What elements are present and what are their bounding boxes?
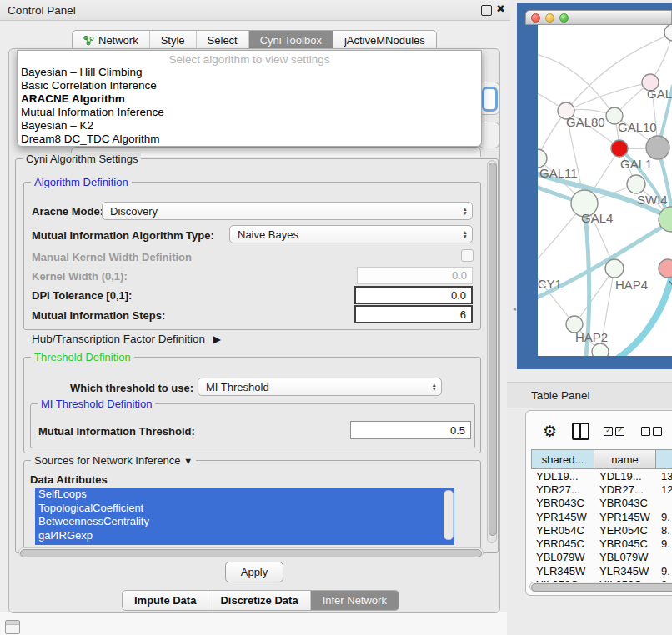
tab-discretize-data[interactable]: Discretize Data <box>208 591 310 610</box>
node-label: GAL4 <box>581 211 613 225</box>
table-horizontal-scrollbar[interactable] <box>529 582 672 592</box>
table-row[interactable]: YBL079WYBL079W <box>531 551 672 564</box>
algorithm-item[interactable]: Basic Correlation Inference <box>20 79 479 92</box>
mi-type-value: Naive Bayes <box>238 228 298 241</box>
algorithm-item[interactable]: Mutual Information Inference <box>20 106 479 119</box>
network-node-gal1[interactable] <box>611 140 628 157</box>
column-header[interactable] <box>656 449 672 469</box>
settings-horizontal-scrollbar[interactable] <box>18 548 484 558</box>
stepper-icon: ▲▼ <box>463 202 468 219</box>
attribute-item[interactable]: SelfLoops <box>35 488 454 502</box>
tab-cyni-toolbox[interactable]: Cyni Toolbox <box>249 31 333 50</box>
table-cell: YDL19... <box>531 470 594 482</box>
tab-infer-network[interactable]: Infer Network <box>311 591 399 610</box>
table-row[interactable]: YPR145WYPR145W9. <box>531 510 672 523</box>
tab-jactivemnodules[interactable]: jActiveMNodules <box>333 31 436 50</box>
table-cell: YBR045C <box>594 538 656 550</box>
columns-icon[interactable] <box>572 422 589 440</box>
aracne-mode-select[interactable]: Discovery ▲▼ <box>102 202 473 220</box>
close-icon[interactable]: ✖ <box>496 2 505 15</box>
table-panel-titlebar: Table Panel <box>507 382 672 408</box>
table-cell: YER054C <box>531 524 594 537</box>
network-window-titlebar[interactable] <box>525 10 672 25</box>
table-cell: 12 <box>656 483 672 496</box>
attribute-item[interactable]: BetweennessCentrality <box>35 515 454 529</box>
mi-type-select[interactable]: Naive Bayes ▲▼ <box>229 225 473 243</box>
table-cell: YBR043C <box>594 497 656 509</box>
manual-kernel-label: Manual Kernel Width Definition <box>32 251 192 263</box>
table-cell: YBR043C <box>531 497 594 509</box>
table-cell: YBL079W <box>594 551 656 563</box>
network-node[interactable] <box>646 136 669 159</box>
bottom-tabstrip: Impute DataDiscretize DataInfer Network <box>122 590 399 611</box>
apply-button[interactable]: Apply <box>225 562 283 582</box>
table-panel-container: ⚙ ✓✓ shared...name YDL19...YDL19...13YDR… <box>525 410 672 596</box>
table-row[interactable]: YBR045CYBR045C9. <box>531 537 672 550</box>
algorithm-item[interactable]: Bayesian – Hill Climbing <box>20 66 479 79</box>
table-row[interactable]: YDL19...YDL19...13 <box>531 469 672 482</box>
kernel-width-field[interactable]: 0.0 <box>357 267 473 284</box>
mi-threshold-field[interactable]: 0.5 <box>350 421 471 439</box>
tab-network[interactable]: Network <box>73 31 150 50</box>
node-table: shared...name YDL19...YDL19...13YDR27...… <box>531 449 672 592</box>
node-label: GAL11 <box>539 166 578 180</box>
algorithm-item[interactable]: Dream8 DC_TDC Algorithm <box>20 132 479 146</box>
network-node[interactable] <box>592 343 609 356</box>
expand-right-icon[interactable]: ▶ <box>213 333 221 345</box>
zoom-traffic-light-icon[interactable] <box>559 13 569 22</box>
mi-steps-field[interactable]: 6 <box>354 305 473 323</box>
table-cell: 13 <box>656 470 672 482</box>
table-header-row: shared...name <box>531 449 672 469</box>
float-icon[interactable] <box>481 5 492 16</box>
tab-impute-data[interactable]: Impute Data <box>123 591 208 610</box>
network-view-canvas[interactable]: GALGAL80GAL10GAL1GAL11SWI4GAL4GCY1HAP4YH… <box>538 25 672 356</box>
which-threshold-select[interactable]: MI Threshold ▲▼ <box>198 378 442 396</box>
algorithm-item[interactable]: Bayesian – K2 <box>20 119 479 132</box>
table-cell: YDR27... <box>594 483 656 496</box>
table-cell: YDR27... <box>531 483 594 496</box>
attr-list-scrollbar[interactable] <box>444 490 454 540</box>
column-header[interactable]: shared... <box>531 449 594 469</box>
mi-type-label: Mutual Information Algorithm Type: <box>32 229 214 242</box>
network-node-hap4[interactable] <box>605 259 624 278</box>
gear-icon[interactable]: ⚙ <box>543 422 557 441</box>
table-row[interactable]: YLR345WYLR345W9. <box>531 564 672 578</box>
kernel-width-label: Kernel Width (0,1): <box>32 270 128 282</box>
close-traffic-light-icon[interactable] <box>531 13 540 22</box>
threshold-definition-title: Threshold Definition <box>31 351 134 363</box>
column-header[interactable]: name <box>594 449 656 469</box>
sources-group-title: Sources for Network Inference ▼ <box>31 454 196 467</box>
manual-kernel-checkbox[interactable] <box>461 249 474 262</box>
minimized-panel-icon[interactable] <box>5 620 20 634</box>
table-cell: YER054C <box>594 524 656 537</box>
table-cell: 9. <box>656 538 672 550</box>
network-node[interactable] <box>664 25 672 41</box>
tab-select[interactable]: Select <box>197 31 249 50</box>
node-label: GAL10 <box>618 120 657 134</box>
deselect-all-columns-icon[interactable] <box>641 427 664 436</box>
table-cell: 9. <box>656 565 672 578</box>
attribute-item[interactable]: TopologicalCoefficient <box>35 502 454 516</box>
network-node-y[interactable] <box>659 259 672 278</box>
minimize-traffic-light-icon[interactable] <box>545 13 554 22</box>
table-row[interactable]: YBR043CYBR043C <box>531 497 672 510</box>
data-attributes-list[interactable]: SelfLoopsTopologicalCoefficientBetweenne… <box>35 488 454 545</box>
hub-definition-toggle[interactable]: Hub/Transcription Factor Definition ▶ <box>32 332 221 345</box>
network-node-swi4[interactable] <box>627 175 645 193</box>
dpi-tolerance-field[interactable]: 0.0 <box>354 286 473 304</box>
algorithm-item[interactable]: ARACNE Algorithm <box>20 92 479 106</box>
table-row[interactable]: YDR27...YDR27...12 <box>531 482 672 496</box>
attribute-item[interactable]: gal4RGexp <box>35 529 454 543</box>
table-cell: YPR145W <box>531 511 594 523</box>
panel-splitter-handle[interactable]: ◂ <box>513 305 517 312</box>
tab-style[interactable]: Style <box>150 31 197 50</box>
collapse-down-icon[interactable]: ▼ <box>183 456 193 466</box>
cytoscape-screen: Control Panel ✖ NetworkStyleSelectCyni T… <box>0 0 672 635</box>
node-label: Y <box>669 278 672 292</box>
table-row[interactable]: YER054CYER054C8. <box>531 523 672 537</box>
algorithm-definition-title: Algorithm Definition <box>31 176 132 188</box>
node-label: SWI4 <box>637 192 668 207</box>
select-all-columns-icon[interactable]: ✓✓ <box>604 427 627 436</box>
settings-vertical-scrollbar[interactable] <box>487 160 497 543</box>
node-label: GAL80 <box>566 115 605 129</box>
